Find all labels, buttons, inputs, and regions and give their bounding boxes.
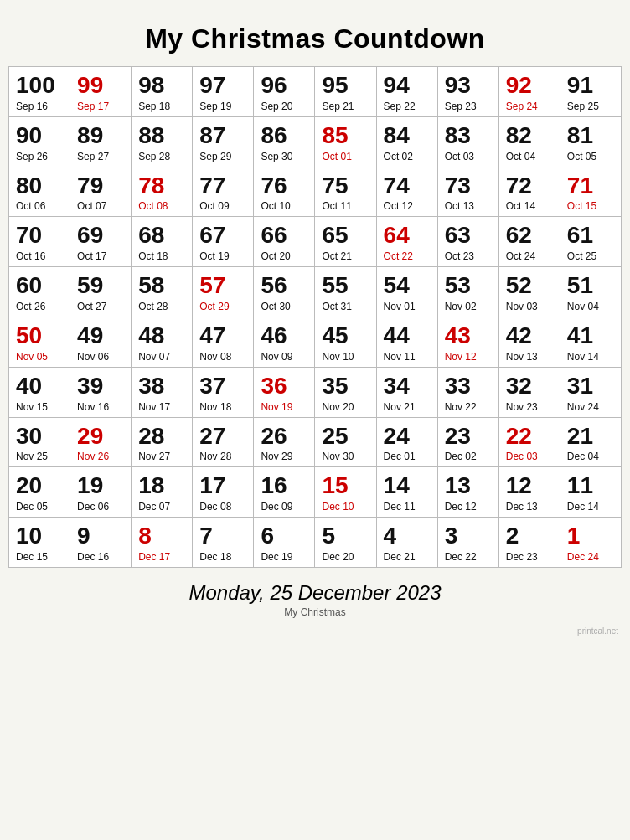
countdown-number: 73 [445, 173, 495, 199]
countdown-number: 61 [567, 223, 617, 249]
countdown-number: 34 [384, 374, 434, 399]
countdown-date: Dec 08 [199, 501, 250, 513]
table-cell: 10 Dec 15 [9, 518, 70, 568]
countdown-date: Dec 09 [261, 501, 311, 513]
table-cell: 45 Nov 10 [315, 317, 376, 367]
countdown-number: 72 [506, 173, 556, 199]
countdown-number: 12 [506, 473, 556, 499]
countdown-date: Oct 22 [384, 250, 434, 262]
table-cell: 24 Dec 01 [376, 417, 437, 467]
countdown-date: Oct 20 [261, 250, 311, 262]
countdown-number: 28 [138, 424, 188, 450]
countdown-date: Oct 29 [199, 301, 250, 312]
page: My Christmas Countdown 100 Sep 16 99 Sep… [0, 0, 630, 840]
countdown-date: Sep 19 [199, 100, 250, 112]
table-cell: 6 Dec 19 [254, 518, 315, 568]
table-cell: 2 Dec 23 [498, 518, 560, 568]
table-cell: 47 Nov 08 [193, 317, 254, 367]
table-cell: 42 Nov 13 [498, 317, 560, 367]
table-cell: 99 Sep 17 [70, 67, 132, 117]
countdown-number: 47 [199, 323, 250, 349]
countdown-number: 87 [199, 123, 250, 149]
footer-brand: printcal.net [8, 626, 622, 636]
countdown-date: Sep 17 [77, 100, 127, 112]
table-cell: 14 Dec 11 [376, 467, 437, 518]
countdown-number: 62 [506, 223, 556, 249]
table-cell: 49 Nov 06 [70, 317, 132, 367]
table-cell: 58 Oct 28 [132, 267, 193, 317]
table-cell: 46 Nov 09 [254, 317, 315, 367]
table-cell: 68 Oct 18 [132, 217, 193, 267]
countdown-date: Dec 22 [445, 551, 495, 563]
countdown-date: Oct 31 [322, 301, 372, 312]
table-cell: 25 Nov 30 [315, 417, 376, 467]
table-cell: 92 Sep 24 [498, 67, 560, 117]
countdown-number: 80 [16, 173, 66, 199]
table-cell: 62 Oct 24 [498, 217, 560, 267]
countdown-date: Oct 21 [322, 250, 372, 262]
countdown-number: 24 [384, 424, 434, 450]
countdown-number: 52 [506, 273, 556, 299]
table-cell: 91 Sep 25 [560, 67, 621, 117]
table-cell: 16 Dec 09 [254, 467, 315, 518]
countdown-number: 63 [445, 223, 495, 249]
table-cell: 59 Oct 27 [70, 267, 132, 317]
countdown-number: 5 [322, 523, 372, 549]
countdown-date: Nov 22 [445, 401, 495, 413]
countdown-date: Oct 28 [138, 301, 188, 312]
footer-date: Monday, 25 December 2023 [8, 581, 622, 605]
table-cell: 36 Nov 19 [254, 367, 315, 417]
countdown-date: Sep 26 [16, 151, 66, 162]
countdown-number: 50 [16, 323, 66, 349]
countdown-number: 46 [261, 323, 311, 349]
table-cell: 40 Nov 15 [9, 367, 70, 417]
countdown-date: Sep 22 [384, 100, 434, 112]
countdown-number: 39 [77, 374, 127, 399]
countdown-date: Dec 17 [138, 551, 188, 563]
table-cell: 98 Sep 18 [132, 67, 193, 117]
countdown-date: Sep 28 [138, 151, 188, 162]
countdown-number: 16 [261, 473, 311, 499]
table-cell: 79 Oct 07 [70, 167, 132, 217]
table-cell: 32 Nov 23 [498, 367, 560, 417]
table-cell: 31 Nov 24 [560, 367, 621, 417]
countdown-number: 17 [199, 473, 250, 499]
countdown-date: Dec 11 [384, 501, 434, 513]
countdown-number: 43 [445, 323, 495, 349]
countdown-number: 49 [77, 323, 127, 349]
countdown-number: 31 [567, 374, 617, 399]
countdown-date: Nov 07 [138, 351, 188, 363]
table-cell: 48 Nov 07 [132, 317, 193, 367]
table-cell: 17 Dec 08 [193, 467, 254, 518]
countdown-number: 94 [384, 73, 434, 99]
countdown-number: 35 [322, 374, 372, 399]
countdown-date: Nov 01 [384, 301, 434, 312]
countdown-number: 65 [322, 223, 372, 249]
table-cell: 95 Sep 21 [315, 67, 376, 117]
countdown-date: Dec 02 [445, 451, 495, 462]
countdown-number: 71 [567, 173, 617, 199]
countdown-date: Dec 23 [506, 551, 556, 563]
countdown-date: Nov 20 [322, 401, 372, 413]
countdown-number: 77 [199, 173, 250, 199]
table-cell: 55 Oct 31 [315, 267, 376, 317]
table-cell: 87 Sep 29 [193, 116, 254, 167]
table-cell: 77 Oct 09 [193, 167, 254, 217]
countdown-number: 95 [322, 73, 372, 99]
table-cell: 60 Oct 26 [9, 267, 70, 317]
countdown-date: Oct 14 [506, 200, 556, 212]
table-cell: 19 Dec 06 [70, 467, 132, 518]
table-cell: 75 Oct 11 [315, 167, 376, 217]
countdown-number: 25 [322, 424, 372, 450]
countdown-date: Nov 24 [567, 401, 617, 413]
countdown-number: 1 [567, 523, 617, 549]
countdown-number: 20 [16, 473, 66, 499]
countdown-date: Nov 13 [506, 351, 556, 363]
countdown-date: Oct 19 [199, 250, 250, 262]
countdown-date: Nov 12 [445, 351, 495, 363]
countdown-date: Oct 30 [261, 301, 311, 312]
page-title: My Christmas Countdown [8, 8, 622, 66]
countdown-number: 64 [384, 223, 434, 249]
countdown-date: Sep 18 [138, 100, 188, 112]
countdown-number: 10 [16, 523, 66, 549]
